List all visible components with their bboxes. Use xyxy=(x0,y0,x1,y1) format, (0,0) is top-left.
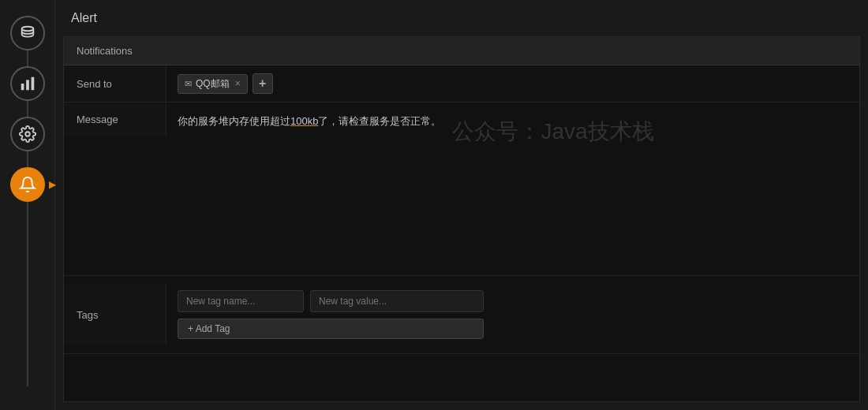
bell-icon xyxy=(19,176,36,193)
message-label: Message xyxy=(64,102,166,136)
gear-icon xyxy=(19,125,36,143)
form-content: Send to ✉ QQ邮箱 × + Message 你的服务堆内存使用超过10… xyxy=(64,65,859,354)
tags-row: Tags + Add Tag xyxy=(64,276,859,354)
tag-value-input[interactable] xyxy=(310,290,484,312)
message-row: Message 你的服务堆内存使用超过100kb了，请检查服务是否正常。 公众号… xyxy=(64,102,859,276)
watermark-text: 公众号：Java技术栈 xyxy=(452,117,653,147)
page-title: Alert xyxy=(55,0,868,36)
svg-rect-2 xyxy=(26,80,29,90)
tag-name-input[interactable] xyxy=(178,290,304,312)
send-to-label: Send to xyxy=(64,65,166,102)
mail-icon: ✉ xyxy=(185,79,192,89)
remove-email-button[interactable]: × xyxy=(235,78,241,89)
notifications-panel: Notifications Send to ✉ QQ邮箱 × + Message xyxy=(63,36,860,402)
svg-rect-1 xyxy=(21,84,24,90)
message-content-plain: 你的服务堆内存使用超过 xyxy=(178,115,290,127)
tags-inputs: + Add Tag xyxy=(166,284,495,345)
chart-icon xyxy=(19,75,36,92)
message-content-rest: 了，请检查服务是否正常。 xyxy=(318,115,441,127)
sidebar-item-settings[interactable] xyxy=(10,117,45,151)
main-content: Alert Notifications Send to ✉ QQ邮箱 × + M… xyxy=(55,0,868,410)
send-to-row: Send to ✉ QQ邮箱 × + xyxy=(64,65,859,102)
message-content-highlighted: 100kb xyxy=(290,115,318,127)
svg-rect-3 xyxy=(31,77,34,91)
message-value: 你的服务堆内存使用超过100kb了，请检查服务是否正常。 公众号：Java技术栈 xyxy=(166,102,859,143)
sidebar xyxy=(0,0,55,410)
sidebar-item-alert[interactable] xyxy=(10,167,45,202)
add-recipient-button[interactable]: + xyxy=(253,73,273,94)
notifications-header: Notifications xyxy=(64,37,859,65)
message-text: 你的服务堆内存使用超过100kb了，请检查服务是否正常。 xyxy=(178,114,441,129)
database-icon xyxy=(19,24,36,42)
tags-label: Tags xyxy=(64,284,166,345)
svg-point-0 xyxy=(21,27,33,32)
add-tag-button[interactable]: + Add Tag xyxy=(178,319,484,339)
email-tag-label: QQ邮箱 xyxy=(196,77,230,91)
sidebar-item-database[interactable] xyxy=(10,16,45,50)
tags-input-row xyxy=(178,290,484,312)
sidebar-item-chart[interactable] xyxy=(10,66,45,101)
svg-point-4 xyxy=(25,132,30,136)
send-to-value: ✉ QQ邮箱 × + xyxy=(166,65,859,102)
email-tag-qq[interactable]: ✉ QQ邮箱 × xyxy=(178,74,248,94)
